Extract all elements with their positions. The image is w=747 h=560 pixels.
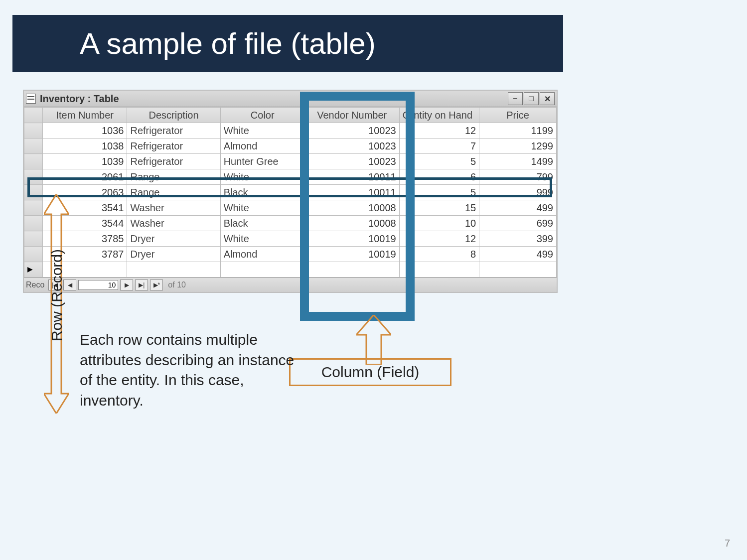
slide-title: A sample of file (table) [80,26,376,61]
cell-price[interactable]: 499 [479,247,557,262]
cell-description[interactable]: Washer [127,216,220,231]
col-price[interactable]: Price [479,108,557,123]
cell-price[interactable]: 499 [479,200,557,216]
cell-vendor[interactable]: 10011 [304,185,399,200]
cell-qty[interactable]: 15 [399,200,479,216]
cell-vendor[interactable]: 10019 [304,231,399,247]
col-vendor-number[interactable]: Vendor Number [304,108,399,123]
row-selector-header [24,108,43,123]
col-description[interactable]: Description [127,108,220,123]
row-selector[interactable] [24,247,43,262]
cell-qty[interactable]: 12 [399,231,479,247]
header-row: Item Number Description Color Vendor Num… [24,108,557,123]
cell-qty[interactable]: 8 [399,247,479,262]
cell-qty[interactable]: 7 [399,139,479,154]
table-row[interactable]: 3544WasherBlack1000810699 [24,216,557,231]
inventory-table: Item Number Description Color Vendor Num… [24,107,557,278]
cell-description[interactable]: Refrigerator [127,154,220,169]
cell-vendor[interactable]: 10008 [304,216,399,231]
cell-color[interactable]: White [220,123,304,139]
cell-color[interactable]: Almond [220,247,304,262]
cell-qty[interactable]: 5 [399,154,479,169]
row-selector[interactable] [24,200,43,216]
cell-price[interactable]: 999 [479,185,557,200]
maximize-button[interactable]: □ [524,92,539,105]
nav-label: Reco [26,280,44,289]
table-row[interactable]: 3785DryerWhite1001912399 [24,231,557,247]
table-row[interactable]: 3787DryerAlmond100198499 [24,247,557,262]
cell-description[interactable] [127,262,220,278]
row-selector[interactable] [24,216,43,231]
col-item-number[interactable]: Item Number [42,108,127,123]
cell-item[interactable]: 1036 [42,123,127,139]
col-vendor-label: Vendor Number [317,110,387,121]
nav-next-button[interactable]: ▶ [120,280,133,290]
cell-vendor[interactable]: 10023 [304,123,399,139]
cell-description[interactable]: Range [127,169,220,185]
cell-color[interactable]: Hunter Gree [220,154,304,169]
row-selector[interactable] [24,169,43,185]
row-selector[interactable] [24,123,43,139]
cell-qty[interactable]: 10 [399,216,479,231]
col-qty-right: ntity on Hand [414,110,472,121]
cell-vendor[interactable]: 10023 [304,139,399,154]
cell-qty[interactable]: 12 [399,123,479,139]
cell-qty[interactable] [399,262,479,278]
cell-price[interactable]: 1499 [479,154,557,169]
cell-description[interactable]: Refrigerator [127,123,220,139]
row-selector[interactable] [24,231,43,247]
cell-qty[interactable]: 5 [399,185,479,200]
close-button[interactable]: ✕ [540,92,555,105]
cell-vendor[interactable]: 10011 [304,169,399,185]
cell-color[interactable]: White [220,231,304,247]
row-selector[interactable] [24,262,43,278]
cell-price[interactable]: 1199 [479,123,557,139]
minimize-button[interactable]: – [508,92,523,105]
cell-color[interactable]: White [220,200,304,216]
row-selector[interactable] [24,154,43,169]
cell-price[interactable] [479,262,557,278]
window-titlebar: Inventory : Table – □ ✕ [24,91,557,107]
cell-item[interactable]: 1038 [42,139,127,154]
table-row[interactable]: 3541WasherWhite1000815499 [24,200,557,216]
nav-record-input[interactable] [78,280,118,290]
cell-description[interactable]: Dryer [127,247,220,262]
cell-description[interactable]: Dryer [127,231,220,247]
cell-color[interactable] [220,262,304,278]
cell-description[interactable]: Washer [127,200,220,216]
col-quantity[interactable]: Qntity on Hand [399,108,479,123]
nav-prev-button[interactable]: ◀ [63,280,76,290]
cell-color[interactable]: Black [220,185,304,200]
cell-color[interactable]: Almond [220,139,304,154]
explanation-text: Each row contains multiple attributes de… [80,330,299,411]
table-row[interactable]: 2061RangeWhite100116799 [24,169,557,185]
record-navigator: Reco |◀ ◀ ▶ ▶| ▶* of 10 [24,278,557,292]
cell-price[interactable]: 399 [479,231,557,247]
col-color[interactable]: Color [220,108,304,123]
cell-qty[interactable]: 6 [399,169,479,185]
cell-vendor[interactable]: 10019 [304,247,399,262]
cell-vendor[interactable]: 10023 [304,154,399,169]
table-row[interactable]: 1039RefrigeratorHunter Gree1002351499 [24,154,557,169]
new-record-row[interactable] [24,262,557,278]
cell-vendor[interactable] [304,262,399,278]
datasheet-icon [26,94,36,104]
cell-price[interactable]: 1299 [479,139,557,154]
cell-price[interactable]: 799 [479,169,557,185]
nav-new-button[interactable]: ▶* [150,280,163,290]
column-arrow [356,315,391,365]
table-row[interactable]: 1036RefrigeratorWhite10023121199 [24,123,557,139]
cell-price[interactable]: 699 [479,216,557,231]
row-selector[interactable] [24,139,43,154]
nav-last-button[interactable]: ▶| [135,280,148,290]
table-row[interactable]: 2063RangeBlack100115999 [24,185,557,200]
cell-description[interactable]: Refrigerator [127,139,220,154]
cell-description[interactable]: Range [127,185,220,200]
cell-color[interactable]: White [220,169,304,185]
table-row[interactable]: 1038RefrigeratorAlmond1002371299 [24,139,557,154]
row-selector[interactable] [24,185,43,200]
cell-color[interactable]: Black [220,216,304,231]
page-number: 7 [725,538,730,549]
inventory-window: Inventory : Table – □ ✕ Item Number Desc… [23,90,558,293]
cell-vendor[interactable]: 10008 [304,200,399,216]
